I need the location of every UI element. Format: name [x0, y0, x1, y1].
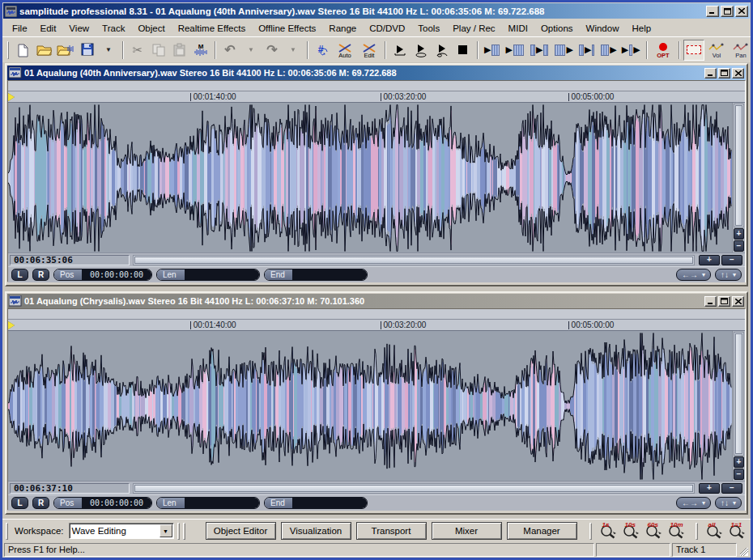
zoom-all-button[interactable]: all — [703, 521, 725, 541]
marker-bar[interactable] — [8, 81, 745, 91]
toolbar-grip[interactable] — [177, 523, 180, 540]
zoom-10s-button[interactable]: 10s — [619, 521, 642, 541]
save-dropdown[interactable]: ▼ — [98, 40, 119, 61]
menu-object[interactable]: Object — [131, 21, 171, 36]
len-field[interactable]: Len — [156, 269, 260, 281]
toolbar-grip[interactable] — [183, 523, 185, 540]
combo-dropdown-arrow-icon[interactable]: ▼ — [160, 524, 172, 537]
play-range-5-button[interactable]: ▶ — [576, 40, 598, 61]
pos-field[interactable]: Pos 00:00:00:00 — [53, 497, 152, 509]
play-range-1-button[interactable]: ▶ — [482, 40, 503, 61]
doc-close-button[interactable] — [732, 68, 744, 78]
horizontal-zoom-preset-button[interactable]: ←→▾ — [676, 497, 711, 509]
marker-bar[interactable] — [8, 309, 745, 320]
toolbar-grip[interactable] — [7, 41, 9, 59]
pan-curve-button[interactable]: Pan — [729, 40, 753, 61]
menu-realtime-effects[interactable]: Realtime Effects — [172, 21, 253, 36]
doc-minimize-button[interactable] — [704, 68, 717, 78]
redo-button[interactable]: ↷ — [262, 40, 283, 61]
toolbar-grip[interactable] — [589, 523, 592, 540]
menu-options[interactable]: Options — [534, 21, 580, 36]
workspace-select[interactable]: Wave Editing ▼ — [69, 523, 174, 539]
title-bar[interactable]: samplitude professional 8.31 - 01 Aqualu… — [3, 3, 750, 19]
close-button[interactable] — [735, 6, 748, 17]
horizontal-scrollbar[interactable] — [133, 483, 695, 494]
zoom-10m-button[interactable]: 10m — [665, 521, 687, 541]
hscroll-thumb[interactable] — [134, 485, 693, 492]
vscroll-thumb[interactable] — [735, 333, 742, 454]
vertical-scrollbar[interactable]: + − — [732, 331, 745, 481]
vscroll-thumb[interactable] — [735, 105, 742, 226]
open-file-button[interactable] — [33, 40, 54, 61]
snap-grid-button[interactable]: # — [312, 40, 333, 61]
hscroll-thumb[interactable] — [134, 257, 693, 264]
import-audio-button[interactable] — [54, 40, 77, 61]
manager-button[interactable]: Manager — [507, 522, 577, 540]
play-range-6-button[interactable]: ▶ — [598, 40, 619, 61]
waveform-display[interactable] — [8, 103, 732, 252]
undo-dropdown[interactable]: ▼ — [240, 40, 262, 61]
mix-paste-button[interactable]: M — [190, 40, 211, 61]
doc-minimize-button[interactable] — [704, 296, 717, 307]
end-value[interactable] — [292, 498, 367, 508]
minimize-button[interactable] — [706, 6, 719, 17]
horizontal-zoom-preset-button[interactable]: ←→▾ — [676, 269, 711, 281]
end-field[interactable]: End — [264, 269, 368, 281]
paste-button[interactable] — [169, 40, 190, 61]
play-range-2-button[interactable]: ▶ — [503, 40, 526, 61]
left-channel-button[interactable]: L — [11, 269, 28, 281]
maximize-button[interactable] — [721, 6, 734, 17]
menu-play-rec[interactable]: Play / Rec — [446, 21, 501, 36]
toolbar-grip[interactable] — [696, 523, 698, 540]
doc-window-titlebar[interactable]: 01 Aqualung (40th Anniversary).wav Stere… — [7, 66, 746, 80]
crossfade-edit-button[interactable]: Edit — [357, 40, 381, 61]
menu-tools[interactable]: Tools — [411, 21, 446, 36]
timeline-ruler[interactable]: 00:01:40:0000:03:20:0000:05:00:00 — [8, 91, 745, 103]
play-cursor-time[interactable]: 00:06:35:06 — [10, 255, 130, 265]
horizontal-zoom-out-button[interactable]: − — [721, 255, 742, 265]
zoom-1s-button[interactable]: 1s — [597, 521, 619, 541]
object-editor-button[interactable]: Object Editor — [206, 522, 276, 540]
zoom-1to1-button[interactable]: 1=1 — [725, 521, 748, 541]
visualization-button[interactable]: Visualization — [281, 522, 351, 540]
range-mode-button[interactable] — [683, 40, 704, 61]
timeline-ruler[interactable]: 00:01:40:0000:03:20:0000:05:00:00 — [8, 320, 745, 331]
len-value[interactable] — [185, 498, 259, 508]
stop-button[interactable] — [453, 40, 474, 61]
menu-file[interactable]: File — [6, 21, 34, 36]
waveform-display[interactable] — [8, 331, 732, 481]
pos-value[interactable]: 00:00:00:00 — [82, 498, 151, 508]
menu-window[interactable]: Window — [580, 21, 626, 36]
save-button[interactable] — [77, 40, 98, 61]
undo-button[interactable]: ↶ — [219, 40, 240, 61]
redo-dropdown[interactable]: ▼ — [283, 40, 304, 61]
toolbar-grip[interactable] — [6, 523, 8, 540]
menu-offline-effects[interactable]: Offline Effects — [252, 21, 322, 36]
volume-curve-button[interactable]: Vol — [704, 40, 729, 61]
play-cursor-time[interactable]: 00:06:37:10 — [10, 483, 130, 494]
menu-help[interactable]: Help — [625, 21, 657, 36]
vertical-zoom-in-button[interactable]: + — [734, 228, 744, 240]
copy-button[interactable] — [148, 40, 169, 61]
crossfade-auto-button[interactable]: Auto — [333, 40, 357, 61]
vertical-zoom-preset-button[interactable]: ↑↓▾ — [715, 497, 742, 509]
vertical-zoom-out-button[interactable]: − — [734, 240, 744, 252]
menu-track[interactable]: Track — [96, 21, 131, 36]
len-value[interactable] — [185, 269, 259, 280]
len-field[interactable]: Len — [156, 497, 260, 509]
doc-close-button[interactable] — [732, 296, 744, 307]
mixer-button[interactable]: Mixer — [432, 522, 502, 540]
horizontal-zoom-in-button[interactable]: + — [699, 255, 720, 265]
pos-value[interactable]: 00:00:00:00 — [82, 269, 151, 280]
transport-button[interactable]: Transport — [356, 522, 427, 540]
zoom-60s-button[interactable]: 60s — [642, 521, 665, 541]
new-file-button[interactable] — [12, 40, 33, 61]
doc-maximize-button[interactable] — [718, 68, 730, 78]
horizontal-scrollbar[interactable] — [133, 255, 695, 265]
end-value[interactable] — [292, 269, 367, 280]
menu-view[interactable]: View — [62, 21, 96, 36]
record-options-button[interactable]: OPT — [651, 40, 675, 61]
cut-button[interactable]: ✂ — [127, 40, 148, 61]
menu-range[interactable]: Range — [322, 21, 363, 36]
vertical-zoom-out-button[interactable]: − — [734, 469, 744, 480]
